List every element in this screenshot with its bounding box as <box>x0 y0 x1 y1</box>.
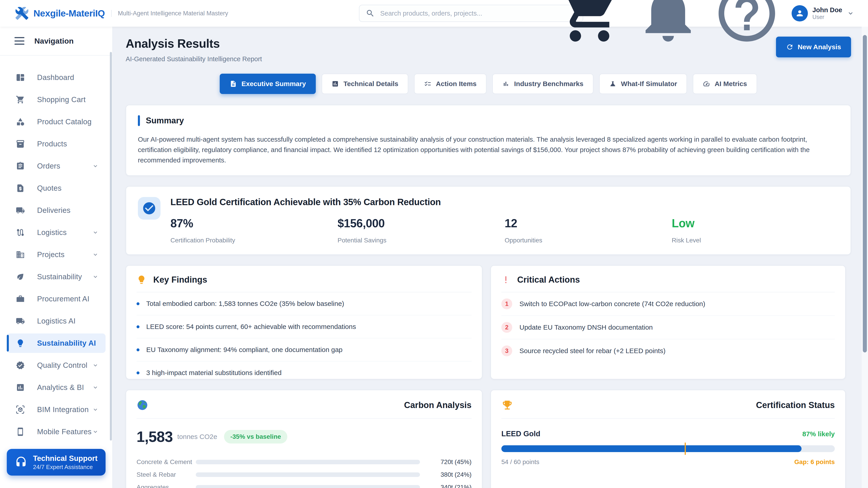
summary-card: Summary Our AI-powered multi-agent syste… <box>126 105 851 176</box>
banner-title: LEED Gold Certification Achievable with … <box>170 197 839 207</box>
page-scrollbar-track <box>862 27 868 488</box>
search-input[interactable] <box>380 9 577 18</box>
carbon-bar-row-steel-rebar: Steel & Rebar 380t (24%) <box>136 468 471 481</box>
key-findings-card: Key Findings Total embodied carbon: 1,58… <box>126 265 483 379</box>
action-row: 1 Switch to ECOPact low-carbon concrete … <box>501 292 835 316</box>
page-scrollbar-thumb[interactable] <box>863 35 867 352</box>
checklist-icon <box>424 80 431 88</box>
user-menu[interactable]: John Doe User <box>792 5 855 22</box>
bullet-dot <box>136 348 140 351</box>
sidebar-item-quality-control[interactable]: Quality Control <box>7 356 105 375</box>
cert-points: 54 / 60 points <box>501 458 539 466</box>
person-icon <box>795 9 804 18</box>
sidebar-item-product-catalog[interactable]: Product Catalog <box>7 112 105 131</box>
headset-icon <box>15 456 27 468</box>
sidebar-item-orders[interactable]: Orders <box>7 156 105 176</box>
refresh-icon <box>786 43 794 51</box>
bulb-icon <box>16 339 25 348</box>
sidebar-item-sustainability[interactable]: Sustainability <box>7 267 105 287</box>
leaf-icon <box>16 272 25 281</box>
bars-icon <box>502 80 509 88</box>
sidebar-item-sustainability-ai[interactable]: Sustainability AI <box>7 333 105 353</box>
stat-risk-level: Low Risk Level <box>672 217 839 244</box>
tab-ai-metrics[interactable]: AI Metrics <box>693 74 757 94</box>
chevron-down-icon <box>92 362 99 369</box>
chevron-down-icon <box>92 428 99 435</box>
cart-button[interactable] <box>556 0 623 47</box>
sidebar-item-deliveries[interactable]: Deliveries <box>7 201 105 220</box>
page-title: Analysis Results <box>126 37 262 51</box>
technical-support-card[interactable]: Technical Support 24/7 Expert Assistance <box>7 449 105 476</box>
flask-icon <box>609 80 616 88</box>
chartbox-icon <box>332 80 339 88</box>
new-analysis-button[interactable]: New Analysis <box>776 37 851 57</box>
chevron-down-icon <box>92 273 99 280</box>
avatar <box>792 5 808 22</box>
analytics-icon <box>16 383 25 392</box>
carbon-unit: tonnes CO2e <box>177 433 217 441</box>
globe-icon <box>136 399 148 411</box>
sidebar: Navigation Dashboard Shopping Cart Produ… <box>0 27 113 488</box>
truck-icon <box>16 206 25 215</box>
trophy-icon <box>501 399 513 411</box>
help-button[interactable] <box>713 0 781 47</box>
category-icon <box>16 117 25 126</box>
chevron-down-icon <box>92 251 99 258</box>
check-circle-icon <box>138 197 160 220</box>
sidebar-item-logistics-ai[interactable]: Logistics AI <box>7 311 105 331</box>
tab-executive-summary[interactable]: Executive Summary <box>220 74 316 94</box>
gauge-icon <box>703 80 710 88</box>
search-box[interactable] <box>359 5 583 22</box>
action-number: 1 <box>501 298 512 309</box>
carbon-analysis-card: Carbon Analysis 1,583 tonnes CO2e -35% v… <box>126 390 483 488</box>
bar-track <box>196 473 420 477</box>
quote-icon <box>16 184 25 193</box>
sidebar-item-projects[interactable]: Projects <box>7 245 105 264</box>
carbon-analysis-title: Carbon Analysis <box>404 400 471 410</box>
tab-industry-benchmarks[interactable]: Industry Benchmarks <box>492 74 593 94</box>
chevron-down-icon <box>92 406 99 413</box>
bim-icon <box>16 405 25 414</box>
lightbulb-icon <box>136 275 147 285</box>
leed-banner-card: LEED Gold Certification Achievable with … <box>126 186 851 255</box>
sidebar-item-procurement-ai[interactable]: Procurement AI <box>7 289 105 308</box>
sidebar-item-analytics-bi[interactable]: Analytics & BI <box>7 378 105 397</box>
user-role: User <box>812 14 842 20</box>
carbon-bar-row-aggregates: Aggregates 340t (21%) <box>136 481 471 488</box>
action-number: 2 <box>501 322 512 333</box>
dashboard-icon <box>16 73 25 82</box>
topbar: Nexgile-MateriIQ Multi-Agent Intelligenc… <box>0 0 868 27</box>
checkcircle-icon <box>142 201 156 216</box>
bullet-dot <box>136 325 140 328</box>
route-icon <box>16 228 25 237</box>
main-content: Analysis Results AI-Generated Sustainabi… <box>112 27 862 488</box>
quality-icon <box>16 361 25 370</box>
sidebar-item-mobile-features[interactable]: Mobile Features <box>7 422 105 442</box>
sidebar-scrollbar[interactable] <box>110 52 112 441</box>
sidebar-item-shopping-cart[interactable]: Shopping Cart <box>7 90 105 109</box>
stat-certification-probability: 87% Certification Probability <box>170 217 338 244</box>
sidebar-item-products[interactable]: Products <box>7 134 105 154</box>
summary-title: Summary <box>146 116 184 125</box>
chevron-down-icon <box>92 229 99 236</box>
carbon-total: 1,583 <box>136 428 173 445</box>
sidebar-item-quotes[interactable]: Quotes <box>7 178 105 198</box>
hamburger-icon[interactable] <box>14 37 24 45</box>
chevron-down-icon[interactable] <box>847 9 855 17</box>
sidebar-item-dashboard[interactable]: Dashboard <box>7 68 105 87</box>
cert-gap: Gap: 6 points <box>794 458 835 466</box>
sidebar-item-bim-integration[interactable]: BIM Integration <box>7 400 105 419</box>
tab-action-items[interactable]: Action Items <box>414 74 487 94</box>
finding-row: LEED score: 54 points current, 60+ achie… <box>136 315 471 338</box>
chevron-down-icon <box>92 384 99 391</box>
certification-title: Certification Status <box>756 400 835 410</box>
tab-technical-details[interactable]: Technical Details <box>322 74 408 94</box>
sidebar-item-logistics[interactable]: Logistics <box>7 223 105 242</box>
notifications-button[interactable]: 2 <box>634 0 702 47</box>
tab-what-if-simulator[interactable]: What-If Simulator <box>599 74 687 94</box>
critical-actions-card: Critical Actions 1 Switch to ECOPact low… <box>491 265 846 379</box>
cert-progress-bar <box>501 445 835 452</box>
bullet-dot <box>136 302 140 305</box>
baseline-badge: -35% vs baseline <box>224 430 287 444</box>
sidebar-header: Navigation <box>0 27 112 56</box>
